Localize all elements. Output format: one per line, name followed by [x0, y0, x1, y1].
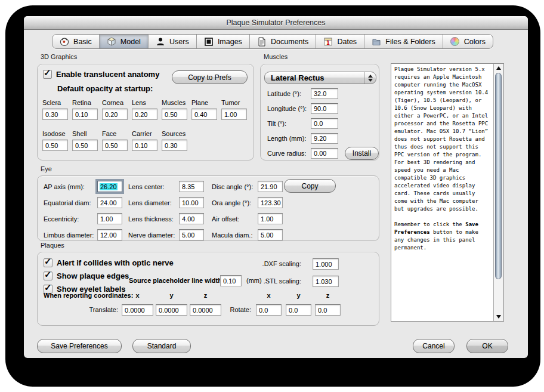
- show-plaque-edges-checkbox[interactable]: [44, 271, 52, 280]
- ora-angle-field[interactable]: [258, 197, 283, 208]
- opacity-grid-row2: Isodose Shell Face Carrier Sources: [42, 126, 191, 152]
- document-icon: [257, 37, 267, 47]
- selected-text: 26.20: [100, 183, 118, 190]
- eye-field-label: Lens center:: [128, 183, 179, 190]
- alert-collides-checkbox[interactable]: [44, 258, 52, 267]
- info-paragraph-1: Plaque Simulator version 5.x requires an…: [394, 66, 491, 213]
- muscle-select-value: Lateral Rectus: [265, 73, 364, 82]
- basic-eye-icon: [60, 37, 69, 47]
- nerve-diameter-field[interactable]: [179, 229, 204, 240]
- tab-images[interactable]: Images: [196, 35, 249, 48]
- rotate-y-field[interactable]: [286, 304, 311, 316]
- translate-y-field[interactable]: [156, 304, 187, 316]
- ap-axis-field[interactable]: 26.20: [97, 181, 122, 192]
- checkbox-row: Alert if collides with optic nerve: [44, 256, 174, 269]
- stl-scaling-label: .STL scaling:: [256, 277, 301, 285]
- copy-to-prefs-button[interactable]: Copy to Prefs: [172, 70, 248, 84]
- image-frame-icon: [204, 37, 214, 47]
- line-width-field[interactable]: [220, 275, 242, 286]
- tab-label: Images: [218, 38, 242, 46]
- lens-diameter-field[interactable]: [179, 197, 204, 208]
- curve-radius-field[interactable]: [311, 148, 338, 159]
- latitude-field[interactable]: [311, 88, 338, 99]
- tab-label: Dates: [337, 38, 357, 46]
- opacity-field[interactable]: [132, 140, 157, 151]
- lens-center-field[interactable]: [179, 181, 204, 192]
- muscle-field-label: Longitude (°):: [267, 105, 311, 112]
- stepper-arrows-icon[interactable]: [364, 72, 376, 84]
- eccentricity-field[interactable]: [97, 213, 122, 224]
- rotate-x-field[interactable]: [256, 304, 282, 316]
- equatorial-diam-field[interactable]: [97, 197, 122, 208]
- translate-z-field[interactable]: [190, 304, 221, 316]
- checkbox-label: Alert if collides with optic nerve: [57, 258, 174, 267]
- section-label-3d-graphics: 3D Graphics: [41, 53, 77, 60]
- scroll-down-arrow-icon[interactable]: [496, 315, 501, 319]
- group-eye: AP axis (mm): 26.20 Lens center: Disc an…: [37, 175, 379, 241]
- tilt-field[interactable]: [311, 118, 338, 129]
- eye-field-label: Lens thickness:: [128, 215, 179, 223]
- limbus-diameter-field[interactable]: [97, 229, 122, 240]
- scroll-up-arrow-icon[interactable]: [496, 66, 501, 70]
- axis-header-x: x: [256, 292, 282, 299]
- opacity-field[interactable]: [72, 109, 98, 120]
- dxf-scaling-label: .DXF scaling:: [256, 260, 301, 267]
- tab-label: Basic: [73, 38, 92, 46]
- opacity-field[interactable]: [72, 140, 98, 151]
- disc-angle-field[interactable]: [258, 181, 283, 192]
- tab-documents[interactable]: Documents: [249, 35, 316, 48]
- window-titlebar[interactable]: Plaque Simulator Preferences: [24, 16, 528, 30]
- eye-fields-grid: AP axis (mm): 26.20 Lens center: Disc an…: [44, 178, 289, 243]
- axis-header-y: y: [156, 292, 187, 299]
- stl-scaling-field[interactable]: [313, 276, 339, 287]
- scrollbar-thumb[interactable]: [495, 73, 502, 279]
- eye-field-label: Macula diam.:: [212, 232, 258, 239]
- ok-button[interactable]: OK: [466, 339, 508, 353]
- muscle-field-row: Curve radius:: [267, 146, 338, 160]
- cancel-button[interactable]: Cancel: [413, 339, 455, 353]
- enable-translucent-checkbox[interactable]: [43, 70, 52, 79]
- info-panel: Plaque Simulator version 5.x requires an…: [391, 63, 504, 322]
- lens-thickness-field[interactable]: [179, 213, 204, 224]
- tab-basic[interactable]: Basic: [52, 35, 99, 48]
- muscle-field-label: Tilt (°):: [267, 120, 311, 127]
- tab-colors[interactable]: Colors: [443, 35, 493, 48]
- install-button[interactable]: Install: [345, 147, 379, 160]
- tab-users[interactable]: Users: [148, 35, 196, 48]
- eye-field-label: Limbus diameter:: [44, 232, 97, 239]
- translate-label: Translate:: [70, 306, 118, 313]
- muscle-field-row: Latitude (°):: [267, 86, 338, 101]
- color-wheel-icon: [450, 37, 460, 47]
- standard-button[interactable]: Standard: [132, 339, 191, 353]
- muscle-select-dropdown[interactable]: Lateral Rectus: [264, 72, 376, 84]
- opacity-field[interactable]: [162, 109, 187, 120]
- opacity-field-label: Retina: [72, 99, 102, 109]
- user-icon: [156, 37, 165, 47]
- opacity-field[interactable]: [102, 140, 128, 151]
- length-field[interactable]: [311, 133, 338, 144]
- opacity-field[interactable]: [42, 140, 68, 151]
- line-width-label: Source placeholder line width:: [129, 277, 224, 284]
- eye-field-label: Disc angle (°):: [212, 183, 258, 190]
- dxf-scaling-field[interactable]: [313, 258, 339, 270]
- opacity-field[interactable]: [42, 109, 68, 120]
- tab-label: Model: [120, 38, 141, 46]
- macula-diam-field[interactable]: [258, 229, 283, 240]
- longitude-field[interactable]: [311, 103, 338, 114]
- tab-dates[interactable]: 1 Dates: [316, 35, 364, 48]
- tab-files-folders[interactable]: Files & Folders: [364, 35, 443, 48]
- rotate-z-field[interactable]: [315, 304, 341, 316]
- translate-x-field[interactable]: [122, 304, 153, 316]
- tab-model[interactable]: Model: [99, 35, 148, 48]
- save-preferences-button[interactable]: Save Preferences: [37, 339, 122, 353]
- opacity-field[interactable]: [132, 109, 157, 120]
- opacity-field[interactable]: [191, 109, 217, 120]
- muscle-field-row: Longitude (°):: [267, 101, 338, 116]
- eye-copy-button[interactable]: Copy: [284, 179, 336, 193]
- opacity-field[interactable]: [221, 109, 247, 120]
- opacity-field[interactable]: [102, 109, 128, 120]
- opacity-field[interactable]: [162, 140, 187, 151]
- info-scrollbar[interactable]: [493, 64, 503, 321]
- air-offset-field[interactable]: [258, 213, 283, 224]
- opacity-field-label: Shell: [72, 130, 102, 140]
